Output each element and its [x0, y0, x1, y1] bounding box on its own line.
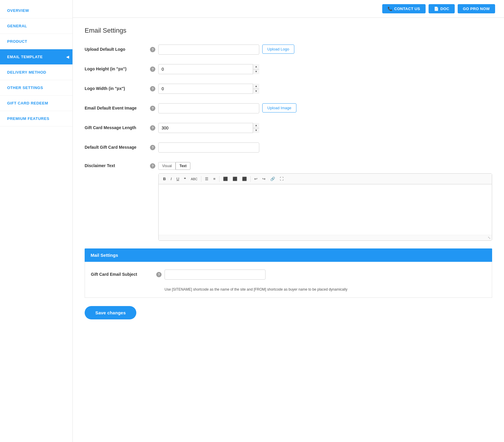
mail-settings-header: Mail Settings	[85, 248, 492, 262]
logo-width-row: Logo Width (in "px") ? ▲ ▼	[85, 82, 492, 96]
doc-button[interactable]: 📄 DOC	[429, 4, 455, 13]
email-subject-label: Gift Card Email Subject	[91, 270, 156, 277]
event-image-label: Email Default Event Image	[85, 103, 150, 110]
logo-width-label: Logo Width (in "px")	[85, 84, 150, 91]
logo-width-down[interactable]: ▼	[253, 89, 259, 94]
message-length-up[interactable]: ▲	[253, 123, 259, 128]
upload-logo-label: Upload Default Logo	[85, 45, 150, 52]
redo-button[interactable]: ↪	[260, 175, 268, 182]
save-changes-button[interactable]: Save changes	[85, 306, 136, 319]
sidebar-item-other-settings[interactable]: OTHER SETTINGS	[0, 80, 72, 96]
editor-resize-handle: ⤡	[159, 235, 492, 240]
contact-us-button[interactable]: 📞 CONTACT US	[382, 4, 426, 13]
logo-height-input[interactable]	[158, 64, 259, 74]
text-tab-button[interactable]: Text	[176, 162, 190, 170]
main-content: 📞 CONTACT US 📄 DOC GO PRO NOW Email Sett…	[73, 0, 504, 442]
logo-height-number-wrap: ▲ ▼	[158, 64, 259, 74]
email-subject-hint: Use [SITENAME] shortcode as the name of …	[165, 287, 486, 292]
upload-image-button[interactable]: Upload Image	[262, 103, 296, 113]
disclaimer-editor-body[interactable]	[159, 184, 492, 235]
message-length-input[interactable]	[158, 123, 259, 133]
italic-button[interactable]: I	[168, 175, 174, 182]
fullscreen-button[interactable]: ⛶	[278, 175, 286, 182]
message-length-label: Gift Card Message Length	[85, 123, 150, 130]
default-message-input[interactable]	[158, 142, 259, 153]
blockquote-button[interactable]: ❝	[182, 175, 188, 182]
mail-settings-body: Gift Card Email Subject ? Use [SITENAME]…	[85, 262, 492, 298]
sidebar-item-delivery-method[interactable]: DELIVERY METHOD	[0, 65, 72, 80]
disclaimer-editor: B I U ❝ ABC ☰ ≡ ⬛ ⬛ ⬛	[158, 173, 492, 241]
toolbar-sep-2	[219, 176, 219, 182]
resize-icon: ⤡	[488, 236, 491, 240]
upload-logo-help: ?	[150, 45, 158, 52]
event-image-input[interactable]	[158, 103, 259, 113]
doc-icon: 📄	[434, 7, 439, 11]
sidebar-item-overview[interactable]: OVERVIEW	[0, 3, 72, 18]
align-left-button[interactable]: ⬛	[221, 175, 230, 182]
logo-width-input[interactable]	[158, 84, 259, 94]
default-message-label: Default Gift Card Message	[85, 142, 150, 150]
logo-width-up[interactable]: ▲	[253, 84, 259, 89]
topbar: 📞 CONTACT US 📄 DOC GO PRO NOW	[73, 0, 504, 18]
message-length-number-wrap: ▲ ▼	[158, 123, 259, 133]
logo-width-number-wrap: ▲ ▼	[158, 84, 259, 94]
upload-logo-button[interactable]: Upload Logo	[262, 45, 294, 54]
email-subject-row: Gift Card Email Subject ?	[91, 268, 486, 281]
mail-settings-section: Mail Settings Gift Card Email Subject ? …	[85, 248, 492, 298]
help-icon-logo-height[interactable]: ?	[150, 66, 155, 72]
sidebar-item-premium-features[interactable]: PREMIUM FEATURES	[0, 111, 72, 126]
upload-logo-input[interactable]	[158, 45, 259, 55]
link-button[interactable]: 🔗	[268, 175, 277, 182]
help-icon-default-message[interactable]: ?	[150, 145, 155, 150]
help-icon-upload-logo[interactable]: ?	[150, 47, 155, 52]
toolbar-sep-1	[201, 176, 201, 182]
upload-logo-controls: Upload Logo	[158, 45, 492, 55]
help-icon-event-image[interactable]: ?	[150, 106, 155, 111]
message-length-row: Gift Card Message Length ? ▲ ▼	[85, 121, 492, 135]
help-icon-message-length[interactable]: ?	[150, 125, 155, 131]
logo-height-row: Logo Height (in "px") ? ▲ ▼	[85, 62, 492, 76]
undo-button[interactable]: ↩	[252, 175, 260, 182]
message-length-down[interactable]: ▼	[253, 128, 259, 133]
help-icon-email-subject[interactable]: ?	[156, 272, 162, 277]
logo-height-down[interactable]: ▼	[253, 69, 259, 75]
disclaimer-label: Disclaimer Text	[85, 162, 150, 168]
page-title: Email Settings	[85, 27, 492, 34]
event-image-row: Email Default Event Image ? Upload Image	[85, 102, 492, 115]
align-right-button[interactable]: ⬛	[240, 175, 249, 182]
editor-toggle: Visual Text	[158, 162, 190, 170]
sidebar-item-general[interactable]: GENERAL	[0, 18, 72, 34]
editor-toolbar: B I U ❝ ABC ☰ ≡ ⬛ ⬛ ⬛	[159, 174, 492, 184]
toolbar-sep-3	[250, 176, 251, 182]
unordered-list-button[interactable]: ☰	[203, 175, 211, 182]
disclaimer-row: Disclaimer Text ? Visual Text B I	[85, 160, 492, 243]
sidebar-item-gift-card-redeem[interactable]: GIFT CARD REDEEM	[0, 96, 72, 111]
ordered-list-button[interactable]: ≡	[211, 175, 218, 182]
help-icon-logo-width[interactable]: ?	[150, 86, 155, 91]
content-area: Email Settings Upload Default Logo ? Upl…	[73, 18, 504, 442]
sidebar: OVERVIEWGENERALPRODUCTEMAIL TEMPLATEDELI…	[0, 0, 73, 442]
help-icon-disclaimer[interactable]: ?	[150, 163, 155, 169]
visual-tab-button[interactable]: Visual	[158, 162, 176, 170]
logo-height-up[interactable]: ▲	[253, 64, 259, 69]
phone-icon: 📞	[388, 7, 392, 11]
email-subject-input[interactable]	[165, 270, 266, 280]
logo-height-label: Logo Height (in "px")	[85, 64, 150, 71]
sidebar-item-product[interactable]: PRODUCT	[0, 34, 72, 49]
underline-button[interactable]: U	[174, 175, 181, 182]
strikethrough-button[interactable]: ABC	[189, 176, 200, 182]
email-settings-form: Upload Default Logo ? Upload Logo Logo H…	[85, 43, 492, 243]
default-message-row: Default Gift Card Message ?	[85, 141, 492, 154]
sidebar-item-email-template[interactable]: EMAIL TEMPLATE	[0, 49, 72, 65]
upload-logo-row: Upload Default Logo ? Upload Logo	[85, 43, 492, 56]
bold-button[interactable]: B	[161, 175, 168, 182]
align-center-button[interactable]: ⬛	[230, 175, 239, 182]
go-pro-button[interactable]: GO PRO NOW	[458, 4, 495, 13]
